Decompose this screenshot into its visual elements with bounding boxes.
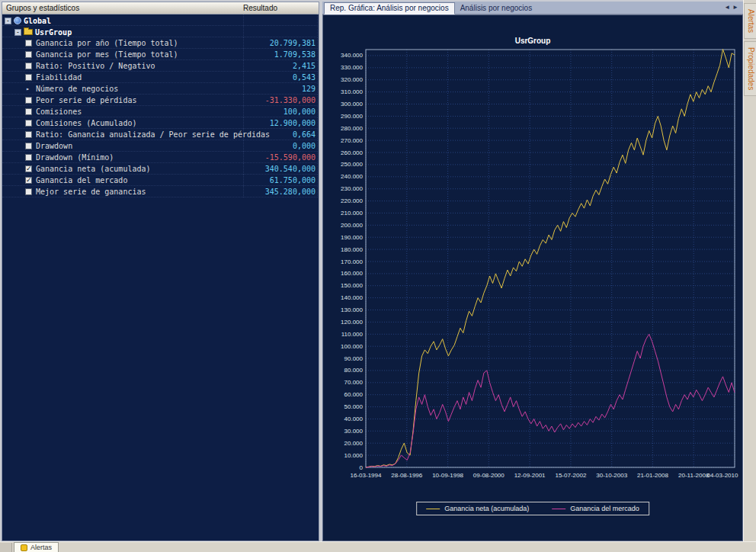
stat-label: Fiabilidad — [36, 72, 82, 83]
groups-column-header: Grupos y estadísticos — [6, 4, 79, 12]
svg-text:120.000: 120.000 — [341, 319, 363, 326]
stat-row[interactable]: Ratio: Positivo / Negativo2,415 — [2, 60, 318, 72]
stat-row[interactable]: Comisiones100,000 — [2, 106, 318, 117]
tab-analisis-por-negocios[interactable]: Análisis por negocios — [455, 3, 538, 14]
svg-text:21-01-2008: 21-01-2008 — [637, 472, 668, 479]
svg-text:190.000: 190.000 — [341, 234, 363, 241]
svg-text:0: 0 — [360, 464, 364, 471]
legend-item: Ganancia neta (acumulada) — [426, 505, 529, 512]
collapse-icon[interactable]: - — [5, 18, 11, 24]
folder-icon — [24, 29, 33, 35]
stat-value: 2,415 — [243, 60, 318, 72]
legend-label: Ganancia del mercado — [570, 505, 639, 512]
stat-row[interactable]: Mejor serie de ganancias345.280,000 — [2, 186, 318, 197]
svg-text:250.000: 250.000 — [341, 161, 363, 168]
legend-item: Ganancia del mercado — [552, 505, 639, 512]
tree-node-global[interactable]: -Global — [2, 14, 318, 26]
svg-text:260.000: 260.000 — [341, 149, 363, 156]
stat-row[interactable]: Fiabilidad0,543 — [2, 72, 318, 83]
stat-row[interactable]: Ganancia neta (acumulada)340.540,000 — [2, 163, 318, 175]
alertas-bottom-tab[interactable]: Alertas — [14, 542, 59, 552]
stat-label: Ganancia del mercado — [36, 175, 127, 186]
row-checkbox[interactable] — [25, 165, 32, 172]
row-checkbox[interactable] — [25, 51, 32, 58]
stat-row[interactable]: Drawdown0,000 — [2, 140, 318, 152]
svg-text:110.000: 110.000 — [341, 331, 364, 338]
row-checkbox[interactable] — [25, 143, 32, 149]
svg-text:170.000: 170.000 — [341, 258, 363, 265]
row-checkbox[interactable] — [25, 154, 32, 161]
svg-text:100.000: 100.000 — [341, 343, 363, 350]
side-tab-propiedades[interactable]: Propiedades — [744, 41, 756, 96]
svg-text:80.000: 80.000 — [344, 367, 364, 374]
stat-label: Ratio: Positivo / Negativo — [36, 60, 155, 72]
value-column-spacer — [243, 26, 318, 37]
stat-label: Ratio: Ganancia anualizada / Peor serie … — [36, 129, 270, 140]
stat-label: Ganancia por año (Tiempo total) — [36, 37, 178, 49]
stat-value: 0,000 — [243, 140, 318, 152]
svg-text:09-08-2000: 09-08-2000 — [473, 472, 505, 479]
stat-value: 100,000 — [243, 106, 318, 117]
svg-text:12-09-2001: 12-09-2001 — [514, 472, 546, 479]
svg-text:240.000: 240.000 — [341, 173, 363, 180]
statistics-panel: Grupos y estadísticos Resultado -Global … — [2, 2, 319, 541]
tree-node-usrgroup[interactable]: -UsrGroup — [2, 26, 318, 37]
row-checkbox[interactable] — [25, 97, 32, 104]
stat-label: Ganancia neta (acumulada) — [36, 163, 151, 175]
svg-text:180.000: 180.000 — [341, 246, 363, 253]
value-column-spacer — [243, 14, 318, 26]
row-checkbox[interactable] — [25, 74, 32, 81]
svg-text:20.000: 20.000 — [344, 440, 364, 447]
collapse-icon[interactable]: - — [14, 29, 21, 36]
alert-icon — [21, 544, 27, 551]
stat-value: -15.590,000 — [243, 152, 318, 163]
svg-text:290.000: 290.000 — [341, 113, 363, 120]
chart-area: UsrGroup 010.00020.00030.00040.00050.000… — [322, 14, 743, 541]
stat-label: Peor serie de pérdidas — [36, 95, 136, 106]
stat-row[interactable]: Comisiones (Acumulado)12.900,000 — [2, 117, 318, 129]
stat-row[interactable]: Ganancia del mercado61.750,000 — [2, 175, 318, 186]
stat-value: 61.750,000 — [243, 175, 318, 186]
svg-text:40.000: 40.000 — [344, 416, 364, 422]
stat-row[interactable]: Peor serie de pérdidas-31.330,000 — [2, 95, 318, 106]
legend-line-swatch — [552, 509, 565, 509]
stat-row[interactable]: Ganancia por mes (Tiempo total)1.709,538 — [2, 49, 318, 60]
result-column-header: Resultado — [243, 4, 277, 12]
tab-scroll-right-icon[interactable]: ► — [732, 4, 741, 11]
svg-text:330.000: 330.000 — [341, 64, 363, 71]
stat-row[interactable]: ▸Número de negocios129 — [2, 83, 318, 95]
row-checkbox[interactable] — [25, 63, 32, 69]
row-checkbox[interactable] — [25, 188, 32, 195]
chart-tab-bar: Rep. Gráfica: Análisis por negocios Anál… — [322, 2, 743, 14]
stat-label: Mejor serie de ganancias — [36, 186, 146, 197]
tab-scroll-left-icon[interactable]: ◄ — [724, 4, 732, 11]
expand-arrow-icon[interactable]: ▸ — [26, 83, 30, 95]
stat-label: Ganancia por mes (Tiempo total) — [36, 49, 178, 60]
side-tab-alertas[interactable]: Alertas — [744, 3, 756, 39]
svg-text:60.000: 60.000 — [344, 391, 364, 398]
svg-text:70.000: 70.000 — [344, 379, 364, 386]
stat-label: Número de negocios — [36, 83, 118, 95]
tab-rep-grafica-analisis[interactable]: Rep. Gráfica: Análisis por negocios — [324, 2, 455, 14]
status-corner — [0, 543, 12, 552]
tree-node-label: Global — [24, 17, 51, 25]
side-dock-strip: Alertas Propiedades — [743, 0, 756, 541]
row-checkbox[interactable] — [25, 108, 32, 115]
stat-value: 345.280,000 — [243, 186, 318, 197]
stat-label: Comisiones — [36, 106, 82, 117]
svg-text:340.000: 340.000 — [341, 52, 363, 59]
row-checkbox[interactable] — [25, 177, 32, 184]
stat-row[interactable]: Ganancia por año (Tiempo total)20.799,38… — [2, 37, 318, 49]
alertas-tab-label: Alertas — [30, 544, 52, 551]
stat-row[interactable]: Drawdown (Mínimo)-15.590,000 — [2, 152, 318, 163]
stat-value: 1.709,538 — [243, 49, 318, 60]
row-checkbox[interactable] — [25, 40, 32, 47]
tree-node-label: UsrGroup — [35, 28, 72, 37]
row-checkbox[interactable] — [25, 120, 32, 127]
svg-text:20-11-2008: 20-11-2008 — [678, 472, 710, 479]
stat-row[interactable]: Ratio: Ganancia anualizada / Peor serie … — [2, 129, 318, 140]
svg-text:15-07-2002: 15-07-2002 — [555, 472, 586, 479]
svg-text:140.000: 140.000 — [341, 294, 363, 301]
stat-value: 0,543 — [243, 72, 318, 83]
row-checkbox[interactable] — [25, 131, 32, 138]
